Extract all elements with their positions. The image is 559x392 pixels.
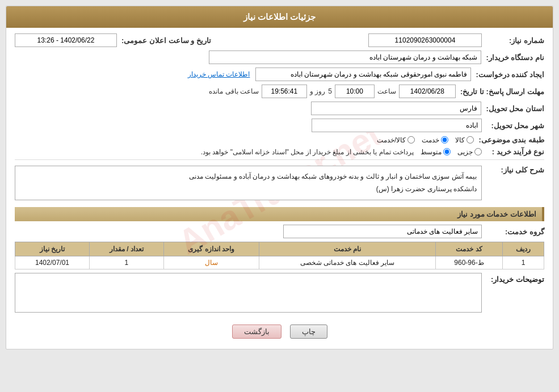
category-khedmat[interactable]: خدمت — [422, 136, 448, 144]
process-motavasset[interactable]: متوسط — [421, 148, 451, 156]
remaining-label: ساعت باقی مانده — [209, 87, 259, 95]
process-row: نوع فرآیند خرید : جزیی متوسط پرداخت تمام… — [15, 147, 544, 156]
buyer-textarea-wrap — [15, 273, 482, 314]
service-group-row: گروه خدمت: — [15, 225, 544, 238]
creator-input — [255, 68, 471, 81]
description-line1: بیمه آتش سوزی ساختمان و انبار و ثالث و ب… — [20, 171, 477, 183]
deadline-date-input — [399, 85, 456, 98]
city-label: شهر محل تحویل: — [482, 121, 544, 130]
col-service-code: کد خدمت — [436, 242, 503, 256]
remaining-time-input — [262, 85, 307, 98]
category-kala[interactable]: کالا — [455, 136, 474, 144]
days-label: روز و — [310, 87, 325, 95]
process-radio-group: جزیی متوسط — [421, 148, 482, 156]
col-row-num: ردیف — [502, 242, 544, 256]
deadline-time-input — [335, 85, 375, 98]
button-bar: چاپ بازگشت — [15, 318, 544, 343]
province-row: استان محل تحویل: — [15, 102, 544, 115]
buyer-org-row: نام دستگاه خریدار: — [15, 50, 544, 64]
days-value: 5 — [328, 87, 332, 95]
description-line2: دانشکده پرستاری حضرت زهرا (س) — [20, 183, 477, 196]
back-button[interactable]: بازگشت — [232, 324, 281, 339]
category-row: طبقه بندی موضوعی: کالا خدمت کالا/خدمت — [15, 136, 544, 144]
process-notice: پرداخت تمام یا بخشی از مبلغ خریدار از مح… — [201, 148, 414, 156]
buyer-desc-label: توضیحات خریدار: — [482, 273, 544, 284]
cell-row-num: 1 — [502, 256, 544, 269]
process-jozi[interactable]: جزیی — [457, 148, 482, 156]
category-kala-khedmat[interactable]: کالا/خدمت — [377, 136, 415, 144]
buyer-desc-row: توضیحات خریدار: — [15, 273, 544, 314]
table-row: 1 ط-96-960 سایر فعالیت های خدماتی شخصی س… — [15, 256, 544, 269]
city-input — [312, 119, 482, 132]
col-unit: واحد اندازه گیری — [163, 242, 259, 256]
need-number-input — [368, 33, 482, 47]
deadline-row: مهلت ارسال پاسخ: تا تاریخ: ساعت 5 روز و … — [15, 85, 544, 98]
contact-link[interactable]: اطلاعات تماس خریدار — [188, 70, 250, 78]
services-table: ردیف کد خدمت نام خدمت واحد اندازه گیری ت… — [15, 242, 544, 269]
description-box: بیمه آتش سوزی ساختمان و انبار و ثالث و ب… — [15, 166, 482, 200]
creator-row: ایجاد کننده درخواست: اطلاعات تماس خریدار — [15, 68, 544, 81]
province-input — [311, 102, 481, 115]
deadline-time-label: ساعت — [377, 87, 396, 95]
print-button[interactable]: چاپ — [290, 324, 327, 339]
need-number-label: شماره نیاز: — [482, 36, 544, 45]
announce-date-input — [15, 33, 117, 47]
city-row: شهر محل تحویل: — [15, 119, 544, 132]
buyer-org-input — [209, 50, 481, 64]
need-number-row: شماره نیاز: تاریخ و ساعت اعلان عمومی: — [15, 33, 544, 47]
buyer-org-label: نام دستگاه خریدار: — [481, 53, 544, 62]
service-group-label: گروه خدمت: — [482, 227, 544, 236]
announce-date-label: تاریخ و ساعت اعلان عمومی: — [117, 36, 211, 45]
cell-service-code: ط-96-960 — [436, 256, 503, 269]
creator-label: ایجاد کننده درخواست: — [471, 70, 544, 79]
cell-service-name: سایر فعالیت های خدماتی شخصی — [259, 256, 436, 269]
page-title: جزئیات اطلاعات نیاز — [6, 6, 553, 28]
cell-date: 1402/07/01 — [15, 256, 90, 269]
process-label: نوع فرآیند خرید : — [482, 147, 544, 156]
description-row: شرح کلی نیاز: بیمه آتش سوزی ساختمان و ان… — [15, 163, 544, 203]
service-group-input — [283, 225, 482, 238]
province-label: استان محل تحویل: — [481, 104, 544, 113]
send-deadline-label: مهلت ارسال پاسخ: تا تاریخ: — [456, 87, 544, 96]
category-radio-group: کالا خدمت کالا/خدمت — [377, 136, 474, 144]
col-quantity: تعداد / مقدار — [89, 242, 163, 256]
col-date: تاریخ نیاز — [15, 242, 90, 256]
description-label: شرح کلی نیاز: — [482, 163, 544, 174]
services-section-title: اطلاعات خدمات مورد نیاز — [15, 207, 544, 221]
category-label: طبقه بندی موضوعی: — [474, 136, 544, 144]
cell-quantity: 1 — [89, 256, 163, 269]
cell-unit: سال — [163, 256, 259, 269]
buyer-desc-textarea[interactable] — [15, 273, 482, 313]
col-service-name: نام خدمت — [259, 242, 436, 256]
